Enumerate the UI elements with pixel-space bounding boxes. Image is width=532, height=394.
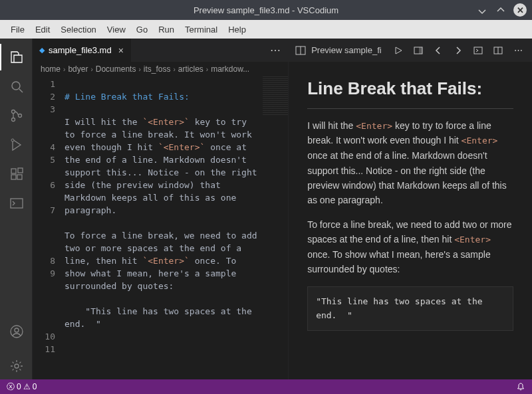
svg-rect-17 — [419, 47, 422, 54]
activity-bar — [0, 39, 32, 379]
svg-point-12 — [15, 328, 19, 332]
svg-point-0 — [12, 82, 20, 90]
svg-point-3 — [12, 118, 15, 122]
preview-tab-bar: Preview sample_fi ⋯ — [289, 39, 532, 62]
breadcrumb[interactable]: home› bdyer› Documents› its_foss› articl… — [33, 62, 288, 76]
preview-paragraph: I will hit the <Enter> key to try to for… — [307, 118, 513, 208]
editor-tab-bar: ◆ sample_file3.md × ⋯ — [33, 39, 288, 62]
nav-back-icon[interactable] — [431, 43, 446, 58]
preview-paragraph: To force a line break, we need to add tw… — [307, 217, 513, 277]
nav-forward-icon[interactable] — [451, 43, 466, 58]
svg-line-1 — [19, 89, 23, 92]
markdown-file-icon: ◆ — [39, 46, 45, 54]
toggle-preview-icon[interactable] — [471, 43, 485, 58]
explorer-icon[interactable] — [0, 44, 32, 70]
run-icon[interactable] — [391, 43, 406, 58]
preview-codeblock: "This line has two spaces at the end. " — [307, 286, 513, 332]
code-editor[interactable]: 123 45 6 7 89 1011 # Line Break that Fai… — [33, 76, 288, 379]
svg-rect-8 — [17, 175, 22, 179]
window-title: Preview sample_file3.md - VSCodium — [194, 5, 338, 15]
warning-icon: ⚠ — [23, 382, 31, 391]
more-icon[interactable]: ⋯ — [511, 43, 525, 58]
close-icon[interactable]: ✕ — [513, 3, 527, 17]
preview-heading: Line Break that Fails: — [307, 75, 513, 109]
minimap[interactable] — [263, 76, 288, 116]
run-debug-icon[interactable] — [0, 132, 32, 158]
tab-label: sample_file3.md — [49, 45, 112, 55]
code-content[interactable]: # Line Break that Fails: I will hit the … — [65, 76, 288, 379]
preview-icon — [295, 45, 306, 56]
status-notifications-icon[interactable] — [516, 382, 525, 391]
svg-rect-10 — [11, 199, 23, 208]
search-icon[interactable] — [0, 73, 32, 100]
svg-point-13 — [15, 364, 19, 368]
svg-point-5 — [11, 139, 14, 142]
menu-run[interactable]: Run — [153, 22, 180, 37]
svg-rect-6 — [11, 169, 16, 173]
preview-tab-label[interactable]: Preview sample_fi — [311, 45, 382, 55]
svg-rect-9 — [18, 168, 23, 173]
menu-terminal[interactable]: Terminal — [180, 22, 223, 37]
source-control-icon[interactable] — [0, 102, 32, 129]
tab-close-icon[interactable]: × — [118, 45, 124, 56]
menu-view[interactable]: View — [102, 22, 131, 37]
svg-point-2 — [12, 110, 15, 114]
menu-file[interactable]: File — [5, 22, 30, 37]
terminal-panel-icon[interactable] — [0, 190, 32, 217]
svg-rect-7 — [11, 175, 16, 179]
error-icon: ⓧ — [7, 381, 15, 393]
extensions-icon[interactable] — [0, 161, 32, 187]
menu-selection[interactable]: Selection — [55, 22, 101, 37]
accounts-icon[interactable] — [0, 318, 32, 345]
split-editor-icon[interactable] — [491, 43, 505, 58]
svg-point-4 — [19, 114, 22, 118]
maximize-icon[interactable] — [495, 4, 507, 16]
menu-bar: File Edit Selection View Go Run Terminal… — [0, 20, 532, 39]
title-bar: Preview sample_file3.md - VSCodium ✕ — [0, 0, 532, 20]
more-actions-icon[interactable]: ⋯ — [268, 43, 283, 58]
menu-help[interactable]: Help — [223, 22, 251, 37]
menu-go[interactable]: Go — [131, 22, 153, 37]
status-errors[interactable]: ⓧ0 ⚠0 — [7, 381, 37, 393]
settings-gear-icon[interactable] — [0, 353, 32, 379]
minimize-icon[interactable] — [476, 4, 488, 16]
status-bar: ⓧ0 ⚠0 — [0, 379, 532, 394]
markdown-preview[interactable]: Line Break that Fails: I will hit the <E… — [289, 62, 532, 379]
menu-edit[interactable]: Edit — [30, 22, 55, 37]
tab-sample-file3[interactable]: ◆ sample_file3.md × — [33, 39, 131, 62]
open-side-icon[interactable] — [411, 43, 426, 58]
line-numbers: 123 45 6 7 89 1011 — [33, 76, 65, 379]
